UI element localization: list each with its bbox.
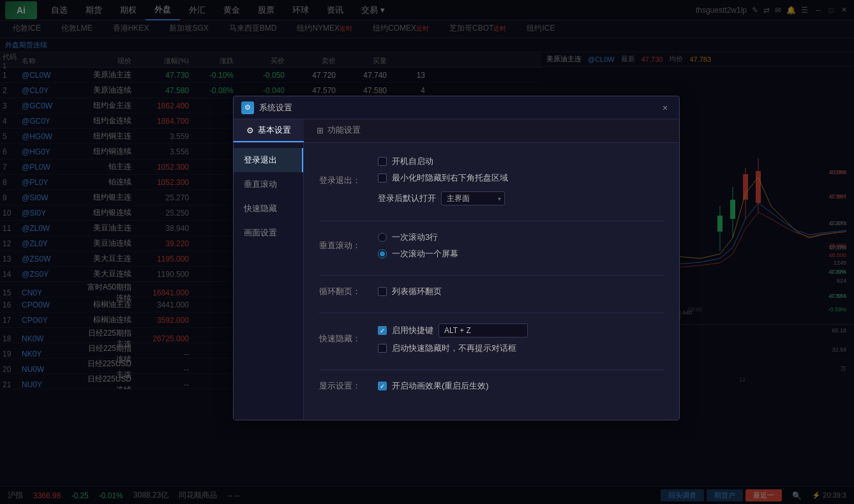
- display-controls: 开启动画效果(重启后生效): [378, 380, 489, 392]
- login-logout-controls: 开机自启动 最小化时隐藏到右下角托盘区域 登录后默认打开 主界面 自选: [378, 156, 508, 205]
- auto-start-checkbox[interactable]: [378, 157, 387, 166]
- default-open-wrapper: 主界面 自选 行情 ▾: [441, 191, 505, 205]
- dialog-sidebar: 登录退出 垂直滚动 快速隐藏 画面设置: [234, 143, 304, 420]
- divider-2: [319, 275, 664, 276]
- scroll-3lines-row: 一次滚动3行: [378, 232, 458, 243]
- quick-hide-controls: 启用快捷键 启动快速隐藏时，不再提示对话框: [378, 323, 528, 354]
- minimize-tray-row: 最小化时隐藏到右下角托盘区域: [378, 172, 508, 184]
- divider-1: [319, 221, 664, 221]
- scroll-3lines-label: 一次滚动3行: [392, 232, 438, 243]
- list-loop-label: 列表循环翻页: [392, 286, 442, 297]
- section-vert-scroll: 垂直滚动： 一次滚动3行 一次滚动一个屏幕: [319, 232, 664, 260]
- sidebar-item-vert-scroll[interactable]: 垂直滚动: [234, 172, 303, 196]
- sidebar-item-screen-settings[interactable]: 画面设置: [234, 221, 303, 245]
- vert-scroll-label: 垂直滚动：: [319, 240, 370, 251]
- dialog-tab-func[interactable]: ⊞ 功能设置: [304, 119, 373, 142]
- display-row: 显示设置： 开启动画效果(重启后生效): [319, 380, 664, 392]
- dialog-content: 登录退出 垂直滚动 快速隐藏 画面设置 登录退出： 开机自启动: [234, 143, 679, 420]
- gear-icon: ⚙: [246, 126, 254, 135]
- dialog-title-bar: ⚙ 系统设置 ×: [234, 96, 679, 119]
- display-label: 显示设置：: [319, 380, 370, 392]
- quick-hide-row: 快速隐藏： 启用快捷键 启动快速隐藏时，不再提示对话框: [319, 323, 664, 354]
- enable-shortcut-checkbox[interactable]: [378, 326, 387, 335]
- section-login-logout: 登录退出： 开机自启动 最小化时隐藏到右下角托盘区域 登录后默认打开: [319, 156, 664, 205]
- minimize-tray-label: 最小化时隐藏到右下角托盘区域: [392, 172, 508, 184]
- login-logout-label: 登录退出：: [319, 175, 370, 186]
- animation-label: 开启动画效果(重启后生效): [392, 380, 489, 392]
- auto-start-row: 开机自启动: [378, 156, 508, 167]
- sidebar-item-quick-hide[interactable]: 快速隐藏: [234, 196, 303, 221]
- enable-shortcut-row: 启用快捷键: [378, 323, 528, 337]
- no-prompt-checkbox[interactable]: [378, 344, 387, 353]
- list-loop-checkbox[interactable]: [378, 287, 387, 296]
- auto-start-label: 开机自启动: [392, 156, 433, 167]
- dialog-title-text: 系统设置: [259, 102, 659, 114]
- no-prompt-label: 启动快速隐藏时，不再提示对话框: [392, 343, 516, 354]
- dialog-icon: ⚙: [241, 101, 254, 114]
- dialog-main: 登录退出： 开机自启动 最小化时隐藏到右下角托盘区域 登录后默认打开: [304, 143, 679, 420]
- settings-dialog: ⚙ 系统设置 × ⚙ 基本设置 ⊞ 功能设置 登录退出 垂直滚动 快速隐藏 画面…: [233, 96, 680, 420]
- divider-3: [319, 313, 664, 313]
- section-display: 显示设置： 开启动画效果(重启后生效): [319, 380, 664, 392]
- default-open-row: 登录后默认打开 主界面 自选 行情 ▾: [378, 191, 508, 205]
- dialog-close-button[interactable]: ×: [659, 101, 671, 114]
- shortcut-input[interactable]: [438, 323, 528, 337]
- list-loop-row: 列表循环翻页: [378, 286, 442, 297]
- scroll-3lines-radio[interactable]: [378, 233, 387, 242]
- enable-shortcut-label: 启用快捷键: [392, 325, 433, 336]
- scroll-screen-radio[interactable]: [378, 249, 387, 258]
- quick-hide-label: 快速隐藏：: [319, 333, 370, 345]
- loop-page-controls: 列表循环翻页: [378, 286, 442, 297]
- default-open-label: 登录后默认打开: [378, 193, 436, 204]
- vert-scroll-controls: 一次滚动3行 一次滚动一个屏幕: [378, 232, 458, 260]
- vert-scroll-row: 垂直滚动： 一次滚动3行 一次滚动一个屏幕: [319, 232, 664, 260]
- animation-row: 开启动画效果(重启后生效): [378, 380, 489, 392]
- divider-4: [319, 369, 664, 370]
- default-open-select[interactable]: 主界面 自选 行情: [441, 191, 505, 205]
- loop-page-row: 循环翻页： 列表循环翻页: [319, 286, 664, 297]
- minimize-tray-checkbox[interactable]: [378, 174, 387, 182]
- scroll-screen-row: 一次滚动一个屏幕: [378, 248, 458, 260]
- func-icon: ⊞: [317, 126, 324, 135]
- section-loop-page: 循环翻页： 列表循环翻页: [319, 286, 664, 297]
- dialog-tabs: ⚙ 基本设置 ⊞ 功能设置: [234, 119, 679, 143]
- scroll-screen-label: 一次滚动一个屏幕: [392, 248, 458, 260]
- no-prompt-row: 启动快速隐藏时，不再提示对话框: [378, 343, 528, 354]
- dialog-tab-basic[interactable]: ⚙ 基本设置: [234, 119, 304, 142]
- section-quick-hide: 快速隐藏： 启用快捷键 启动快速隐藏时，不再提示对话框: [319, 323, 664, 354]
- loop-page-label: 循环翻页：: [319, 286, 370, 297]
- animation-checkbox[interactable]: [378, 382, 387, 390]
- login-logout-row: 登录退出： 开机自启动 最小化时隐藏到右下角托盘区域 登录后默认打开: [319, 156, 664, 205]
- sidebar-item-login-logout[interactable]: 登录退出: [234, 148, 303, 172]
